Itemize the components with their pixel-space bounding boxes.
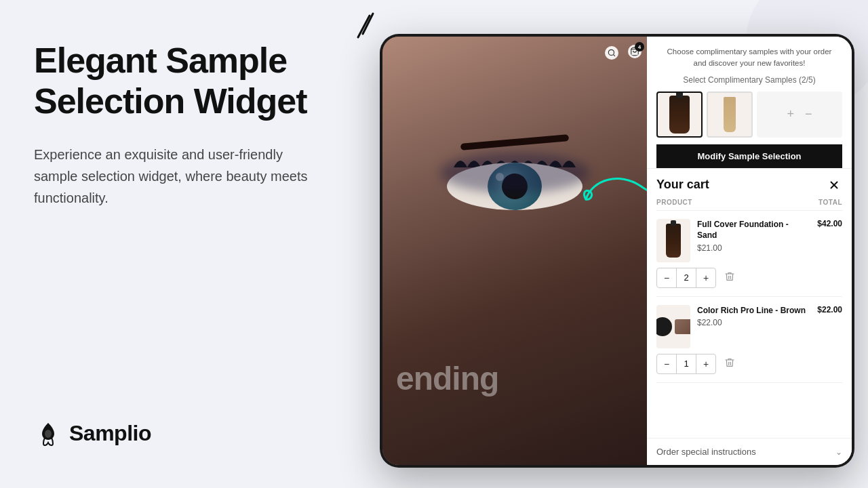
delete-item-2-btn[interactable] <box>724 357 735 370</box>
sample-thumb-1[interactable] <box>656 92 703 138</box>
cart-item-1-img <box>656 219 690 262</box>
order-instructions-label: Order special instructions <box>656 447 756 457</box>
cart-item-2-img <box>656 305 690 348</box>
cart-item-2-controls: − 1 + <box>656 354 842 374</box>
cart-badge: 4 <box>635 42 644 52</box>
col-product-label: PRODUCT <box>656 199 692 206</box>
qty-decrease-1[interactable]: − <box>657 268 676 287</box>
device: ending 4 <box>326 0 868 488</box>
svg-point-3 <box>608 49 614 55</box>
cart-body: Your cart PRODUCT TOTAL <box>647 169 852 439</box>
cart-col-headers: PRODUCT TOTAL <box>656 199 842 211</box>
sample-thumb-2[interactable] <box>707 92 753 138</box>
tablet-frame: ending 4 <box>380 34 854 468</box>
sample-select-label: Select Complimentary Samples (2/5) <box>656 75 842 85</box>
chevron-down-icon: ⌄ <box>835 447 842 457</box>
store-page: ending 4 <box>382 37 647 465</box>
sample-intro: Choose complimentary samples with your o… <box>656 46 842 70</box>
eyeshadow <box>440 152 589 193</box>
sample-product-2-img <box>724 97 736 132</box>
cart-item-2: Color Rich Pro Line - Brown $22.00 $22.0… <box>656 297 842 383</box>
search-icon[interactable] <box>605 46 618 60</box>
order-instructions[interactable]: Order special instructions ⌄ <box>647 438 852 465</box>
cart-panel: Choose complimentary samples with your o… <box>647 37 852 465</box>
sample-plus-icon: + <box>787 107 794 121</box>
cart-item-1: Full Cover Foundation - Sand $21.00 $42.… <box>656 211 842 297</box>
modify-sample-btn[interactable]: Modify Sample Selection <box>656 144 842 168</box>
sample-minus-icon: − <box>805 107 812 121</box>
qty-increase-2[interactable]: + <box>696 354 715 373</box>
logo-text: Samplio <box>69 421 151 446</box>
cart-item-2-top: Color Rich Pro Line - Brown $22.00 $22.0… <box>656 305 842 348</box>
svg-point-0 <box>45 430 52 438</box>
cart-item-2-name: Color Rich Pro Line - Brown <box>697 305 808 317</box>
col-total-label: TOTAL <box>818 199 842 206</box>
trending-text: ending <box>396 360 498 397</box>
main-heading: Elegant Sample Selection Widget <box>34 41 353 122</box>
cart-item-2-info: Color Rich Pro Line - Brown $22.00 <box>697 305 808 328</box>
trash-icon-2 <box>724 357 735 368</box>
trash-icon <box>724 271 735 282</box>
qty-value-1: 2 <box>676 268 696 287</box>
qty-control-1: − 2 + <box>656 268 716 288</box>
sample-product-1-img <box>669 96 690 134</box>
svg-line-4 <box>614 55 616 57</box>
cart-item-1-total: $42.00 <box>817 219 842 228</box>
qty-increase-1[interactable]: + <box>696 268 715 287</box>
close-icon <box>828 179 840 191</box>
foundation-tube-img <box>666 224 681 258</box>
eyebrow <box>460 134 569 150</box>
sub-text: Experience an exquisite and user-friendl… <box>34 144 326 209</box>
cart-item-1-name: Full Cover Foundation - Sand <box>697 219 808 242</box>
sample-thumbnails: + − <box>656 92 842 138</box>
samplio-logo-icon <box>34 419 62 447</box>
product-compact <box>675 319 690 334</box>
color-rich-img <box>656 317 690 336</box>
qty-control-2: − 1 + <box>656 354 716 374</box>
model-bg <box>382 37 647 465</box>
qty-decrease-2[interactable]: − <box>657 354 676 373</box>
cart-item-1-info: Full Cover Foundation - Sand $21.00 <box>697 219 808 253</box>
cart-item-1-controls: − 2 + <box>656 268 842 288</box>
store-toolbar: 4 <box>605 45 642 61</box>
cart-item-1-price: $21.00 <box>697 243 808 253</box>
logo-area: Samplio <box>34 419 353 447</box>
sample-area: Choose complimentary samples with your o… <box>647 37 852 169</box>
sample-thumb-empty[interactable]: + − <box>757 92 842 138</box>
cart-title: Your cart <box>656 178 709 192</box>
tablet-inner: ending 4 <box>382 37 852 465</box>
cart-header-row: Your cart <box>656 169 842 199</box>
cart-item-1-top: Full Cover Foundation - Sand $21.00 $42.… <box>656 219 842 262</box>
product-circle <box>656 317 672 336</box>
cart-item-2-price: $22.00 <box>697 318 808 327</box>
cart-item-2-total: $22.00 <box>817 305 842 314</box>
cart-close-btn[interactable] <box>826 177 842 193</box>
arrow-decoration <box>579 165 647 233</box>
cart-icon-wrapper[interactable]: 4 <box>628 45 642 61</box>
delete-item-1-btn[interactable] <box>724 271 735 284</box>
qty-value-2: 1 <box>676 354 696 373</box>
